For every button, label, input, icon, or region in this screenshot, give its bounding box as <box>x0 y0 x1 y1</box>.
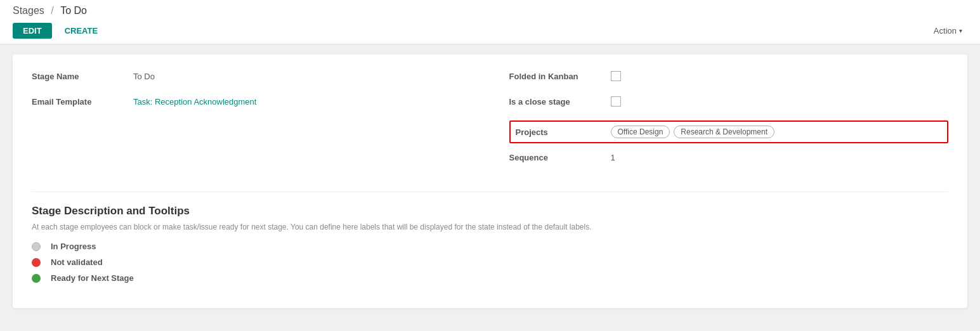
action-arrow-icon: ▾ <box>959 27 962 34</box>
folded-kanban-checkbox-wrapper <box>611 70 621 81</box>
sequence-value: 1 <box>611 151 615 162</box>
stage-description-text: At each stage employees can block or mak… <box>32 223 948 231</box>
toolbar: EDIT CREATE Action ▾ <box>13 23 967 39</box>
state-label-ready: Ready for Next Stage <box>51 273 134 283</box>
form-left: Stage Name To Do Email Template Task: Re… <box>32 70 471 176</box>
close-stage-checkbox[interactable] <box>611 96 621 107</box>
projects-tags: Office Design Research & Development <box>611 126 775 138</box>
top-bar: Stages / To Do EDIT CREATE Action ▾ <box>0 0 980 44</box>
form-right: Folded in Kanban Is a close stage Projec… <box>509 70 949 176</box>
state-dot-red <box>32 258 41 267</box>
tag-research-development[interactable]: Research & Development <box>674 126 774 138</box>
stage-name-row: Stage Name To Do <box>32 70 471 88</box>
create-button[interactable]: CREATE <box>60 23 103 39</box>
email-template-label: Email Template <box>32 95 133 107</box>
sequence-label: Sequence <box>509 151 611 162</box>
folded-kanban-row: Folded in Kanban <box>509 70 949 88</box>
tag-office-design[interactable]: Office Design <box>611 126 670 138</box>
breadcrumb-separator: / <box>51 5 53 16</box>
stage-description-title: Stage Description and Tooltips <box>32 205 948 217</box>
state-row-ready: Ready for Next Stage <box>32 273 948 283</box>
close-stage-label: Is a close stage <box>509 95 611 107</box>
projects-row: Projects Office Design Research & Develo… <box>509 120 949 143</box>
state-dot-gray <box>32 242 41 251</box>
breadcrumb-current: To Do <box>60 5 87 16</box>
close-stage-checkbox-wrapper <box>611 95 621 107</box>
close-stage-row: Is a close stage <box>509 95 949 113</box>
projects-label: Projects <box>516 127 611 137</box>
breadcrumb: Stages / To Do <box>13 5 967 16</box>
edit-button[interactable]: EDIT <box>13 23 52 39</box>
breadcrumb-parent-link[interactable]: Stages <box>13 5 44 16</box>
folded-kanban-label: Folded in Kanban <box>509 70 611 81</box>
state-row-in-progress: In Progress <box>32 242 948 251</box>
main-content: Stage Name To Do Email Template Task: Re… <box>13 55 967 308</box>
form-section: Stage Name To Do Email Template Task: Re… <box>32 70 948 176</box>
stage-name-label: Stage Name <box>32 70 133 81</box>
state-dot-green <box>32 274 41 283</box>
action-label: Action <box>934 26 957 36</box>
divider <box>32 191 948 192</box>
state-label-not-validated: Not validated <box>51 257 103 267</box>
folded-kanban-checkbox[interactable] <box>611 71 621 81</box>
email-template-value[interactable]: Task: Reception Acknowledgment <box>133 95 256 107</box>
action-button[interactable]: Action ▾ <box>929 23 967 39</box>
stage-name-value: To Do <box>133 70 155 81</box>
sequence-row: Sequence 1 <box>509 151 949 169</box>
state-label-in-progress: In Progress <box>51 242 96 251</box>
state-row-not-validated: Not validated <box>32 257 948 267</box>
email-template-row: Email Template Task: Reception Acknowled… <box>32 95 471 113</box>
